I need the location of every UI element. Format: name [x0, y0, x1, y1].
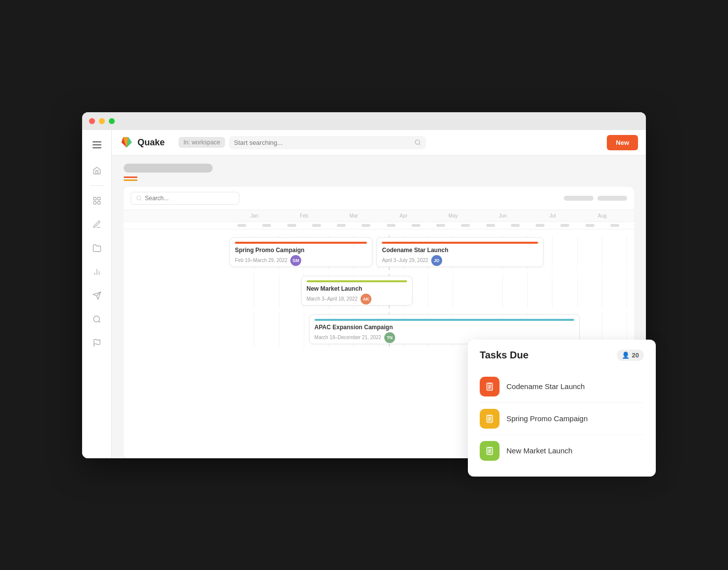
bar-new-market-dates: March 3–April 18, 2022 AK	[307, 294, 407, 305]
gantt-month-jul: Jul	[528, 213, 578, 219]
tasks-panel: Tasks Due 👤 20 Codename Star Launch	[468, 340, 656, 477]
svg-rect-0	[93, 197, 96, 200]
bar-apac-indicator	[315, 319, 574, 321]
gantt-month-header: Jan Feb Mar Apr May Jun Jul Aug	[124, 210, 634, 222]
bar-apac-avatar: TN	[384, 332, 395, 343]
task-clipboard-icon-1	[485, 382, 495, 392]
sidebar-item-grid[interactable]	[87, 191, 107, 211]
gantt-week-10	[453, 224, 478, 227]
gantt-week-12	[503, 224, 528, 227]
bar-new-market[interactable]: New Market Launch March 3–April 18, 2022…	[301, 276, 412, 306]
sidebar-item-chart[interactable]	[87, 262, 107, 282]
tab-group[interactable]	[124, 176, 137, 181]
hamburger-menu[interactable]	[87, 136, 107, 154]
tasks-count-icon: 👤	[622, 351, 630, 359]
hamburger-line	[92, 141, 101, 142]
gantt-row-1-track: Spring Promo Campaign Feb 19–March 29, 2…	[229, 235, 627, 270]
gantt-row-1: Spring Promo Campaign Feb 19–March 29, 2…	[124, 233, 634, 272]
gantt-week-3	[279, 224, 304, 227]
gantt-week-1	[229, 224, 254, 227]
dot-red[interactable]	[89, 118, 95, 124]
sidebar-item-send[interactable]	[87, 286, 107, 306]
bar-new-market-avatar: AK	[361, 294, 371, 305]
task-item-new-market[interactable]: New Market Launch	[480, 435, 644, 467]
search-area: In: workspace	[179, 136, 426, 149]
tasks-count-number: 20	[632, 351, 639, 359]
gantt-toolbar	[124, 187, 634, 210]
bar-spring-promo[interactable]: Spring Promo Campaign Feb 19–March 29, 2…	[229, 237, 372, 267]
dot-green[interactable]	[109, 118, 115, 124]
bar-codename-star-title: Codename Star Launch	[382, 247, 538, 254]
bar-spring-promo-dates: Feb 19–March 29, 2022 SM	[235, 255, 367, 266]
new-button[interactable]: New	[607, 135, 638, 150]
tab-line-1	[124, 176, 137, 178]
dot-yellow[interactable]	[99, 118, 105, 124]
topbar: Quake In: workspace New	[112, 130, 646, 156]
gantt-week-label-spacer	[131, 224, 229, 227]
svg-rect-3	[97, 201, 100, 204]
sidebar-item-flag[interactable]	[87, 333, 107, 353]
bar-codename-star[interactable]: Codename Star Launch April 3–July 29, 20…	[376, 237, 544, 267]
tab-line-2	[124, 179, 137, 181]
gantt-toolbar-pill-2	[597, 196, 627, 201]
logo-area: Quake	[120, 135, 165, 149]
gantt-search-wrap	[131, 192, 239, 205]
svg-point-16	[415, 140, 419, 144]
gantt-toolbar-pill-1	[564, 196, 593, 201]
gantt-week-14	[552, 224, 577, 227]
bar-codename-star-dates: April 3–July 29, 2022 JD	[382, 255, 538, 266]
gantt-months: Jan Feb Mar Apr May Jun Jul Aug	[229, 213, 627, 219]
sidebar-item-folder[interactable]	[87, 238, 107, 258]
topbar-right: New	[607, 135, 638, 150]
gantt-week-4	[304, 224, 329, 227]
bar-new-market-indicator	[307, 280, 407, 282]
tasks-count-badge: 👤 20	[617, 350, 644, 361]
task-icon-codename	[480, 377, 500, 396]
page-header	[112, 156, 646, 176]
gantt-week-7	[379, 224, 404, 227]
task-name-codename: Codename Star Launch	[506, 382, 585, 391]
task-clipboard-icon-3	[485, 446, 495, 456]
gantt-month-jan: Jan	[229, 213, 279, 219]
search-filter-badge[interactable]: In: workspace	[179, 137, 225, 148]
gantt-week-15	[578, 224, 602, 227]
gantt-week-6	[354, 224, 378, 227]
gantt-search-input[interactable]	[145, 195, 219, 202]
sidebar-item-home[interactable]	[87, 161, 107, 180]
bar-new-market-title: New Market Launch	[307, 285, 407, 292]
bar-codename-star-indicator	[382, 242, 538, 244]
task-item-codename[interactable]: Codename Star Launch	[480, 371, 644, 403]
sub-tabs	[112, 176, 646, 187]
gantt-search-icon	[136, 195, 142, 201]
browser-titlebar	[82, 112, 646, 130]
sidebar-divider	[90, 185, 104, 186]
bar-codename-star-avatar: JD	[431, 255, 442, 266]
task-icon-spring	[480, 409, 500, 429]
gantt-week-16	[602, 224, 627, 227]
gantt-row-2: New Market Launch March 3–April 18, 2022…	[124, 272, 634, 310]
gantt-week-9	[428, 224, 453, 227]
bar-apac-title: APAC Expansion Campaign	[315, 324, 574, 331]
svg-point-18	[137, 196, 141, 200]
sidebar-item-pen[interactable]	[87, 215, 107, 234]
logo-text: Quake	[137, 137, 165, 148]
svg-line-19	[140, 199, 141, 200]
gantt-week-13	[528, 224, 552, 227]
svg-line-17	[419, 144, 420, 145]
task-item-spring[interactable]: Spring Promo Campaign	[480, 403, 644, 435]
svg-rect-1	[97, 197, 100, 200]
bar-spring-promo-title: Spring Promo Campaign	[235, 247, 367, 254]
task-name-new-market: New Market Launch	[506, 446, 572, 455]
svg-point-9	[93, 316, 99, 322]
sidebar	[82, 130, 112, 458]
sidebar-item-search[interactable]	[87, 309, 107, 329]
search-input[interactable]	[234, 139, 411, 146]
grid-lines-2	[229, 274, 627, 308]
task-clipboard-icon-2	[485, 414, 495, 424]
gantt-week-8	[404, 224, 428, 227]
gantt-month-aug: Aug	[578, 213, 628, 219]
svg-rect-24	[487, 415, 493, 422]
gantt-month-jun: Jun	[478, 213, 528, 219]
hamburger-line	[92, 147, 101, 148]
gantt-row-2-track: New Market Launch March 3–April 18, 2022…	[229, 274, 627, 308]
